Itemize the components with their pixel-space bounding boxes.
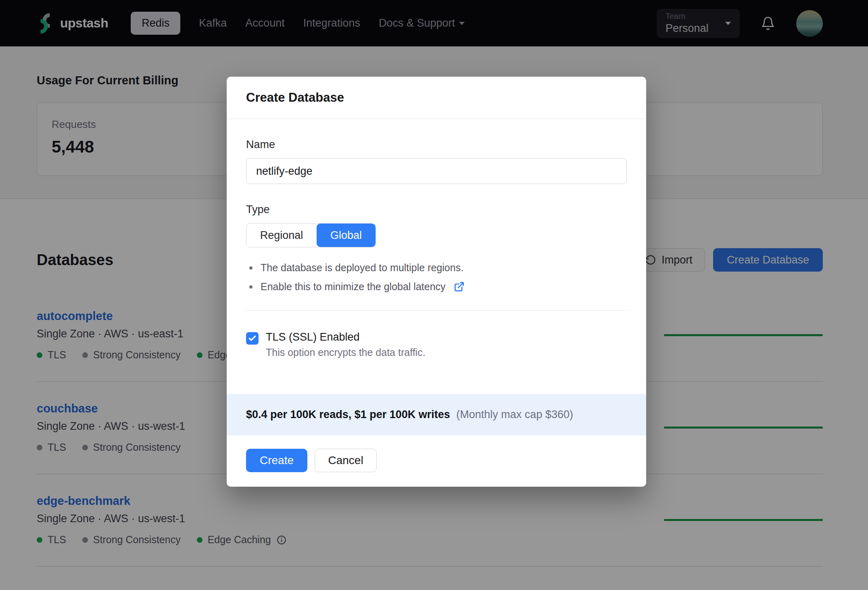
divider (246, 310, 627, 311)
database-name-input[interactable] (246, 158, 627, 184)
type-segmented-control: Regional Global (246, 223, 376, 247)
tls-description: This option encrypts the data traffic. (266, 347, 426, 358)
pricing-cap-text: (Monthly max cap $360) (456, 408, 573, 421)
create-button[interactable]: Create (246, 449, 307, 472)
tls-checkbox[interactable] (246, 332, 259, 345)
bullet-icon (249, 266, 252, 270)
tls-checkbox-label[interactable]: TLS (SSL) Enabled (266, 331, 426, 343)
type-description-list: The database is deployed to multiple reg… (246, 262, 627, 293)
pricing-banner: $0.4 per 100K reads, $1 per 100K writes … (227, 394, 646, 435)
create-database-modal: Create Database Name Type Regional Globa… (227, 77, 646, 487)
bullet-icon (249, 285, 252, 289)
type-option-global[interactable]: Global (317, 224, 376, 247)
type-option-regional[interactable]: Regional (246, 224, 317, 247)
external-link-icon[interactable] (454, 281, 465, 292)
name-field-label: Name (246, 138, 627, 151)
modal-title: Create Database (246, 90, 627, 105)
check-icon (248, 334, 257, 343)
pricing-text: $0.4 per 100K reads, $1 per 100K writes (246, 408, 450, 421)
type-field-label: Type (246, 203, 627, 216)
cancel-button[interactable]: Cancel (315, 449, 377, 472)
